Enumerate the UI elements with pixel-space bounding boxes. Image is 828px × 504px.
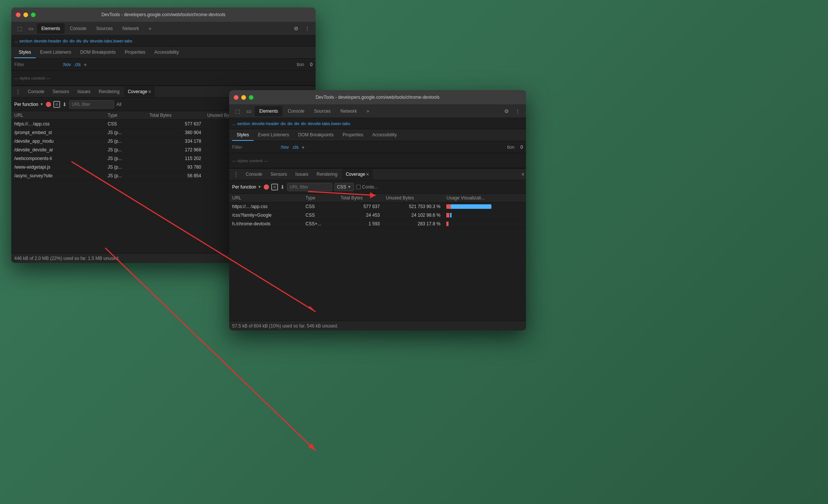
inspector-icon-1[interactable]: ⬚ — [14, 23, 25, 34]
filter-input-2[interactable] — [232, 145, 277, 150]
block-button-2[interactable]: ⊘ — [271, 184, 278, 190]
sub-tab-accessibility-1[interactable]: Accessibility — [150, 47, 183, 58]
plus-button-1[interactable]: + — [84, 62, 87, 68]
hov-button-2[interactable]: :hov — [280, 145, 289, 150]
tab-console-1[interactable]: Console — [65, 23, 91, 34]
sub-tab-dombreakpoints-1[interactable]: DOM Breakpoints — [76, 47, 120, 58]
download-button-2[interactable]: ⬇ — [280, 184, 285, 190]
bc-devsite-header-1[interactable]: devsite-header — [34, 39, 61, 43]
bc-div3-1[interactable]: div — [76, 39, 82, 43]
settings-icon-2[interactable]: ⚙ — [501, 106, 512, 116]
bc-div2-2[interactable]: div — [287, 121, 293, 126]
bottom-tab-issues-1[interactable]: Issues — [74, 86, 94, 97]
coverage-close-icon-2[interactable]: × — [366, 171, 369, 177]
bc-div2-1[interactable]: div — [70, 39, 75, 43]
bc-section-2[interactable]: section — [237, 121, 250, 126]
coverage-close-icon-1[interactable]: × — [148, 89, 151, 95]
bc-div3-2[interactable]: div — [294, 121, 299, 126]
settings-icon-1[interactable]: ⚙ — [291, 23, 301, 34]
sub-tab-properties-2[interactable]: Properties — [338, 130, 368, 141]
bc-div4-1[interactable]: div — [83, 39, 88, 43]
plus-button-2[interactable]: + — [302, 144, 305, 150]
sub-tab-accessibility-2[interactable]: Accessibility — [368, 130, 401, 141]
breadcrumb-1: ... section devsite-header div div div d… — [11, 35, 316, 47]
mobile-icon-2[interactable]: ▭ — [243, 106, 254, 116]
per-function-button-2[interactable]: Per function ▼ — [232, 184, 261, 190]
table-row[interactable]: h./chrome-devtools CSS+... 1 593 283 17.… — [229, 220, 526, 228]
block-button-1[interactable]: ⊘ — [53, 101, 60, 108]
bc-div4-2[interactable]: div — [301, 121, 306, 126]
panel-close-icon-2[interactable]: × — [521, 171, 524, 177]
tab-sources-1[interactable]: Sources — [92, 23, 117, 34]
tab-network-1[interactable]: Network — [118, 23, 144, 34]
bottom-tab-rendering-1[interactable]: Rendering — [95, 86, 123, 97]
maximize-button-2[interactable] — [249, 95, 254, 100]
tab-console-2[interactable]: Console — [283, 106, 309, 116]
sub-tab-properties-1[interactable]: Properties — [120, 47, 150, 58]
bc-devsite-header-2[interactable]: devsite-header — [252, 121, 279, 126]
bottom-tab-coverage-2[interactable]: Coverage × — [342, 169, 373, 180]
maximize-button-1[interactable] — [31, 12, 36, 17]
sub-tab-dombreakpoints-2[interactable]: DOM Breakpoints — [293, 130, 338, 141]
window-title-1: DevTools - developers.google.com/web/too… — [101, 12, 225, 17]
hov-button-1[interactable]: :hov — [62, 62, 71, 67]
tab-more-1[interactable]: » — [144, 23, 156, 34]
more-icon-1[interactable]: ⋮ — [302, 23, 313, 34]
more-icon-2[interactable]: ⋮ — [512, 106, 523, 116]
download-button-1[interactable]: ⬇ — [62, 101, 67, 107]
cls-button-1[interactable]: .cls — [74, 62, 81, 67]
col-total-1[interactable]: Total Bytes — [147, 111, 204, 120]
bc-section-1[interactable]: section — [19, 39, 32, 43]
bottom-tab-console-1[interactable]: Console — [24, 86, 48, 97]
bc-devsite-tabs-1[interactable]: devsite-tabs.lower-tabs — [90, 39, 132, 43]
sub-tab-styles-1[interactable]: Styles — [14, 47, 36, 58]
url-filter-input-2[interactable] — [287, 183, 332, 191]
col-url-1[interactable]: URL — [11, 111, 105, 120]
close-button-2[interactable] — [234, 95, 239, 100]
tab-more-2[interactable]: » — [362, 106, 374, 116]
per-function-button-1[interactable]: Per function ▼ — [14, 102, 44, 107]
record-button-1[interactable] — [46, 102, 51, 107]
bc-div1-1[interactable]: div — [63, 39, 68, 43]
filter-input-1[interactable] — [14, 62, 59, 67]
bottom-menu-icon-2[interactable]: ⋮ — [231, 169, 241, 180]
table-row[interactable]: /css?family=Google CSS 24 453 24 102 98.… — [229, 211, 526, 220]
col-unused-2[interactable]: Unused Bytes — [383, 194, 444, 202]
bottom-tab-rendering-2[interactable]: Rendering — [313, 169, 341, 180]
minimize-button-2[interactable] — [241, 95, 246, 100]
traffic-lights-2 — [234, 95, 254, 100]
bottom-tab-coverage-1[interactable]: Coverage × — [124, 86, 155, 97]
col-type-1[interactable]: Type — [105, 111, 147, 120]
sub-tab-styles-2[interactable]: Styles — [232, 130, 254, 141]
bc-div1-2[interactable]: div — [281, 121, 286, 126]
css-dropdown-2[interactable]: CSS ▼ — [334, 183, 354, 191]
col-total-2[interactable]: Total Bytes — [337, 194, 383, 202]
url-filter-input-1[interactable] — [69, 100, 114, 109]
cls-button-2[interactable]: .cls — [292, 145, 299, 150]
content-checkbox-2[interactable]: Conte... — [356, 184, 378, 190]
minimize-button-1[interactable] — [23, 12, 28, 17]
mobile-icon-1[interactable]: ▭ — [26, 23, 36, 34]
close-button-1[interactable] — [16, 12, 21, 17]
status-text-2: 57.5 kB of 604 kB (10%) used so far. 546… — [232, 323, 338, 329]
tab-elements-1[interactable]: Elements — [37, 23, 65, 34]
sub-tab-eventlisteners-1[interactable]: Event Listeners — [36, 47, 76, 58]
bottom-tab-sensors-1[interactable]: Sensors — [49, 86, 73, 97]
bottom-tab-issues-2[interactable]: Issues — [292, 169, 312, 180]
col-type-2[interactable]: Type — [302, 194, 337, 202]
inspector-icon-2[interactable]: ⬚ — [232, 106, 243, 116]
bottom-menu-icon-1[interactable]: ⋮ — [13, 86, 23, 97]
bottom-tab-sensors-2[interactable]: Sensors — [267, 169, 291, 180]
table-row[interactable]: https://... /app.css CSS 577 637 521 753… — [229, 202, 526, 211]
record-button-2[interactable] — [264, 184, 269, 190]
tab-elements-2[interactable]: Elements — [255, 106, 283, 116]
bc-devsite-tabs-2[interactable]: devsite-tabs.lower-tabs — [308, 121, 350, 126]
content-cb-box-2[interactable] — [356, 185, 361, 189]
tab-sources-2[interactable]: Sources — [310, 106, 335, 116]
tab-network-2[interactable]: Network — [336, 106, 361, 116]
traffic-lights-1 — [16, 12, 36, 17]
sub-tab-eventlisteners-2[interactable]: Event Listeners — [254, 130, 294, 141]
col-usage-2[interactable]: Usage Visualizati... — [443, 194, 526, 202]
bottom-tab-console-2[interactable]: Console — [242, 169, 266, 180]
col-url-2[interactable]: URL — [229, 194, 302, 202]
